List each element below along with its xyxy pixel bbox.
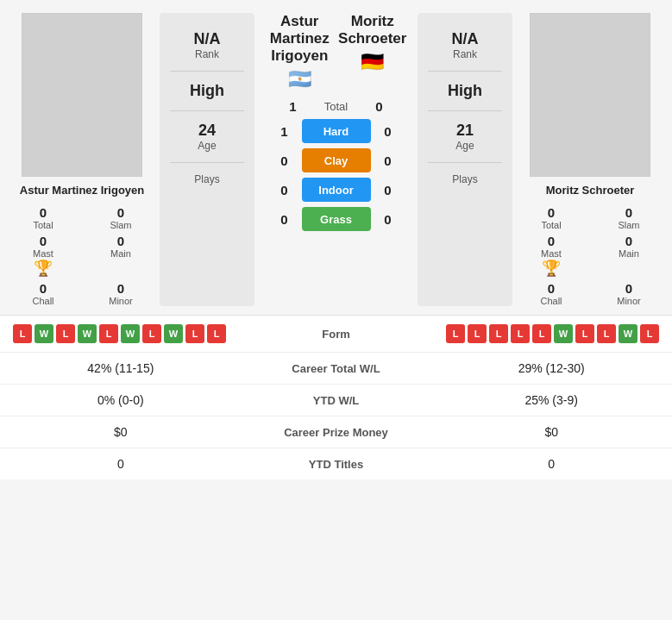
left-chall-label: Chall xyxy=(32,296,53,306)
form-badge-l: L xyxy=(142,324,161,343)
right-side-stats-panel: N/A Rank High 21 Age Plays xyxy=(418,13,512,306)
prize-left: $0 xyxy=(13,425,229,439)
comparison-section: Astur Martinez Irigoyen 0 Total 0 Slam 0… xyxy=(0,0,672,315)
grass-row: 0 Grass 0 xyxy=(263,207,409,231)
right-main-value: 0 xyxy=(625,234,632,248)
indoor-left: 0 xyxy=(276,183,293,197)
titles-row: 0 YTD Titles 0 xyxy=(0,448,672,479)
form-row: LWLWLWLWLL Form LLLLLWLLWL xyxy=(0,315,672,352)
form-badge-w: W xyxy=(619,324,637,343)
surface-rows: 1 Hard 0 0 Clay 0 0 Indoor 0 0 Grass xyxy=(263,119,409,231)
form-badge-l: L xyxy=(207,324,226,343)
left-rank-value: N/A xyxy=(194,30,221,48)
left-main-value: 0 xyxy=(117,234,124,248)
left-plays-label: Plays xyxy=(194,173,219,185)
right-plays-row: Plays xyxy=(428,163,502,196)
right-slam-label: Slam xyxy=(618,220,639,230)
hard-row: 1 Hard 0 xyxy=(263,119,409,143)
player-names-header: Astur Martinez Irigoyen 🇦🇷 Moritz Schroe… xyxy=(263,13,409,91)
clay-left: 0 xyxy=(276,153,293,168)
right-main-label: Main xyxy=(619,248,639,259)
left-age-label: Age xyxy=(198,140,216,152)
right-age-row: 21 Age xyxy=(428,111,502,163)
ytd-wl-right: 25% (3-9) xyxy=(443,393,659,407)
right-form-badges: LLLLLWLLWL xyxy=(446,324,659,343)
center-panel: Astur Martinez Irigoyen 🇦🇷 Moritz Schroe… xyxy=(259,13,413,306)
left-chall-stat: 0 Chall xyxy=(9,281,78,306)
right-total-value: 0 xyxy=(548,205,555,220)
right-slam-stat: 0 Slam xyxy=(594,205,663,230)
right-age-label: Age xyxy=(455,140,474,152)
form-badge-l: L xyxy=(185,324,204,343)
career-wl-right: 29% (12-30) xyxy=(443,361,659,375)
right-minor-value: 0 xyxy=(625,281,632,296)
right-mast-value: 0 xyxy=(548,234,555,248)
titles-left: 0 xyxy=(13,457,229,471)
form-badge-l: L xyxy=(99,324,118,343)
left-chall-value: 0 xyxy=(40,281,47,296)
right-player-photo xyxy=(530,13,650,177)
ytd-wl-left: 0% (0-0) xyxy=(13,393,229,407)
form-label: Form xyxy=(322,328,350,341)
right-high-row: High xyxy=(428,72,502,111)
prize-label: Career Prize Money xyxy=(229,426,444,439)
total-row: 1 Total 0 xyxy=(285,99,388,114)
ytd-wl-row: 0% (0-0) YTD W/L 25% (3-9) xyxy=(0,384,672,416)
right-player-name: Moritz Schroeter xyxy=(546,184,635,197)
left-slam-value: 0 xyxy=(117,205,124,220)
left-minor-stat: 0 Minor xyxy=(86,281,155,306)
left-header-name: Astur Martinez Irigoyen 🇦🇷 xyxy=(263,13,336,91)
form-badge-l: L xyxy=(446,324,465,343)
right-mast-stat: 0 Mast 🏆 xyxy=(517,234,586,278)
clay-right: 0 xyxy=(380,153,397,168)
form-badge-w: W xyxy=(35,324,53,343)
left-rank-row: N/A Rank xyxy=(170,20,244,72)
form-badge-l: L xyxy=(597,324,616,343)
left-player-card: Astur Martinez Irigoyen 0 Total 0 Slam 0… xyxy=(9,13,155,306)
right-slam-value: 0 xyxy=(625,205,632,220)
right-player-card: Moritz Schroeter 0 Total 0 Slam 0 Mast 🏆… xyxy=(517,13,663,306)
right-rank-value: N/A xyxy=(452,30,479,48)
career-wl-label: Career Total W/L xyxy=(229,362,444,375)
left-slam-label: Slam xyxy=(110,220,131,230)
hard-badge: Hard xyxy=(302,119,371,143)
left-age-row: 24 Age xyxy=(170,111,244,163)
clay-badge: Clay xyxy=(302,148,371,172)
right-age-value: 21 xyxy=(456,122,474,140)
right-main-stat: 0 Main xyxy=(594,234,663,278)
left-age-value: 24 xyxy=(198,122,216,140)
right-flag: 🇩🇪 xyxy=(336,51,410,73)
left-stats-grid: 0 Total 0 Slam 0 Mast 🏆 0 Main 0 Chall xyxy=(9,205,155,306)
hard-left: 1 xyxy=(276,124,293,139)
left-main-stat: 0 Main xyxy=(86,234,155,278)
right-minor-label: Minor xyxy=(617,296,641,306)
left-total-stat: 0 Total xyxy=(9,205,78,230)
form-badge-l: L xyxy=(489,324,508,343)
form-badge-l: L xyxy=(468,324,487,343)
left-flag: 🇦🇷 xyxy=(263,68,336,91)
left-rank-label: Rank xyxy=(195,48,219,60)
right-rank-row: N/A Rank xyxy=(428,20,502,72)
right-chall-value: 0 xyxy=(548,281,555,296)
left-mast-label: Mast xyxy=(33,248,53,259)
left-total-value: 0 xyxy=(40,205,47,220)
titles-right: 0 xyxy=(443,457,659,471)
career-wl-left: 42% (11-15) xyxy=(13,361,229,375)
clay-row: 0 Clay 0 xyxy=(263,148,409,172)
prize-row: $0 Career Prize Money $0 xyxy=(0,416,672,448)
right-header-name: Moritz Schroeter 🇩🇪 xyxy=(336,13,410,73)
indoor-right: 0 xyxy=(380,183,397,197)
form-badge-l: L xyxy=(532,324,551,343)
left-form-badges: LWLWLWLWLL xyxy=(13,324,226,343)
left-main-label: Main xyxy=(110,248,131,259)
indoor-row: 0 Indoor 0 xyxy=(263,178,409,202)
left-mast-value: 0 xyxy=(40,234,47,248)
form-badge-l: L xyxy=(13,324,32,343)
ytd-wl-label: YTD W/L xyxy=(229,394,444,407)
form-badge-l: L xyxy=(640,324,659,343)
right-total-label: Total xyxy=(541,220,561,230)
left-total-label: Total xyxy=(33,220,53,230)
left-minor-label: Minor xyxy=(109,296,133,306)
form-badge-w: W xyxy=(121,324,140,343)
left-plays-row: Plays xyxy=(170,163,244,196)
